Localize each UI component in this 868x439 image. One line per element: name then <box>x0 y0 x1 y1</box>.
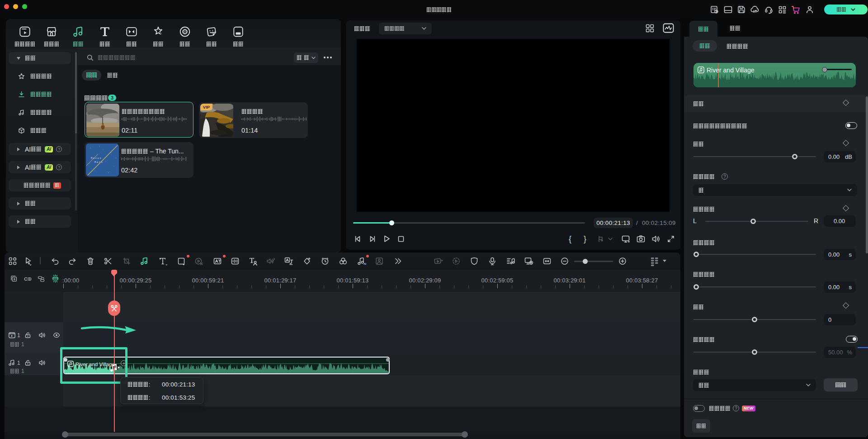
svg-text:Mars: Mars <box>94 161 103 164</box>
svg-text:Manos: Manos <box>91 157 102 160</box>
svg-text:AI: AI <box>363 262 366 265</box>
